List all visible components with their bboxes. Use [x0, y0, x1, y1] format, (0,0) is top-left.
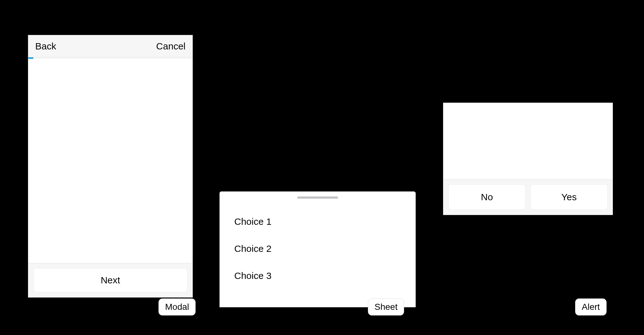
sheet-item-2[interactable]: Choice 2	[232, 235, 403, 262]
alert-body	[443, 103, 613, 179]
alert-container: No Yes	[443, 103, 613, 215]
no-button[interactable]: No	[448, 185, 525, 210]
sheet-tag: Sheet	[368, 298, 404, 315]
yes-button[interactable]: Yes	[530, 185, 608, 210]
cancel-button[interactable]: Cancel	[156, 41, 186, 52]
progress-bar	[28, 57, 192, 59]
modal-header: Back Cancel	[28, 35, 192, 57]
progress-bar-fill	[28, 57, 33, 59]
alert-tag: Alert	[575, 298, 607, 315]
alert-footer: No Yes	[443, 179, 613, 215]
modal-footer: Next	[28, 263, 192, 297]
sheet-list: Choice 1 Choice 2 Choice 3	[220, 202, 415, 289]
sheet-item-3[interactable]: Choice 3	[232, 262, 403, 289]
back-button[interactable]: Back	[35, 41, 56, 52]
modal-tag: Modal	[158, 298, 196, 315]
sheet-grabber[interactable]	[297, 196, 338, 199]
modal-body	[28, 59, 192, 263]
sheet-item-1[interactable]: Choice 1	[232, 208, 403, 235]
sheet-container: Choice 1 Choice 2 Choice 3	[219, 191, 416, 307]
modal-container: Back Cancel Next	[28, 35, 193, 298]
next-button[interactable]: Next	[33, 268, 187, 292]
